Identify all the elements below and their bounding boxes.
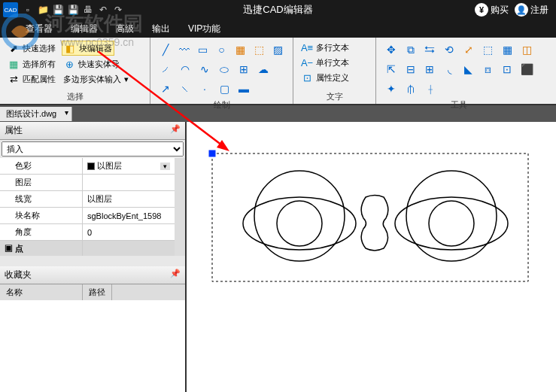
prop-row-color[interactable]: 色彩 以图层▾ bbox=[0, 158, 175, 175]
fav-col-path[interactable]: 路径 bbox=[83, 284, 112, 300]
selection-grip[interactable] bbox=[209, 150, 215, 156]
break-icon[interactable]: ⊟ bbox=[403, 62, 418, 77]
insert-combo[interactable]: 插入 bbox=[2, 141, 184, 156]
copy-icon[interactable]: ⧉ bbox=[403, 42, 418, 57]
qat-redo-icon[interactable]: ↷ bbox=[111, 3, 125, 17]
stretch-icon[interactable]: ⇱ bbox=[384, 62, 399, 77]
join-icon[interactable]: ⊞ bbox=[423, 62, 438, 77]
group-label-text: 文字 bbox=[299, 90, 369, 102]
dot-icon[interactable]: · bbox=[197, 81, 212, 96]
explode-icon[interactable]: ✦ bbox=[384, 81, 399, 96]
quick-select-button[interactable]: ⬈快速选择 bbox=[6, 41, 57, 56]
qat-new-icon[interactable]: ▫ bbox=[21, 3, 35, 17]
fill-icon[interactable]: ▬ bbox=[236, 81, 251, 96]
qat-saveas-icon[interactable]: 💾 bbox=[66, 3, 80, 17]
buy-button[interactable]: ¥ 购买 bbox=[475, 3, 509, 17]
align-icon[interactable]: ⫛ bbox=[403, 81, 418, 96]
svg-point-8 bbox=[429, 201, 474, 246]
array-icon[interactable]: ⊡ bbox=[500, 62, 515, 77]
attr-def-button[interactable]: ⊡属性定义 bbox=[299, 71, 369, 84]
currency-icon: ¥ bbox=[475, 3, 488, 17]
spline-icon[interactable]: ∿ bbox=[197, 62, 212, 77]
hatch-icon[interactable]: ▨ bbox=[271, 42, 285, 57]
drawing-canvas[interactable] bbox=[187, 122, 556, 392]
mtext-icon: A≡ bbox=[301, 41, 313, 53]
select-all-button[interactable]: ▦选择所有 bbox=[6, 57, 57, 71]
chamfer-icon[interactable]: ◣ bbox=[461, 62, 476, 77]
fillet-icon[interactable]: ◟ bbox=[442, 62, 457, 77]
qat-open-icon[interactable]: 📁 bbox=[36, 3, 50, 17]
line-icon[interactable]: ╱ bbox=[158, 42, 172, 57]
grid-icon[interactable]: ⊞ bbox=[236, 62, 251, 77]
group-label-tools: 工具 bbox=[382, 98, 536, 111]
tool16-icon[interactable]: ⬛ bbox=[519, 62, 534, 77]
quick-access-toolbar: ▫ 📁 💾 💾 🖶 ↶ ↷ bbox=[21, 3, 125, 17]
svg-point-4 bbox=[243, 197, 356, 250]
multiline-text-button[interactable]: A≡多行文本 bbox=[299, 41, 369, 54]
favorites-panel-header: 收藏夹 📌 bbox=[0, 266, 185, 284]
trim-icon[interactable]: ⬚ bbox=[481, 42, 496, 57]
app-title: 迅捷CAD编辑器 bbox=[243, 3, 312, 17]
cloud-icon[interactable]: ☁ bbox=[256, 62, 271, 77]
ribbon-group-draw: ╱ 〰 ▭ ○ ▦ ⬚ ▨ ⟋ ◠ ∿ ⬭ ⊞ ☁ ↗ ⟍ · ▢ ▬ bbox=[150, 38, 293, 104]
arc-icon[interactable]: ◠ bbox=[178, 62, 193, 77]
pin-icon[interactable]: 📌 bbox=[170, 124, 181, 137]
menu-viewer[interactable]: 查看器 bbox=[23, 21, 56, 37]
attr-icon: ⊡ bbox=[301, 71, 313, 84]
qat-save-icon[interactable]: 💾 bbox=[51, 3, 65, 17]
svg-point-5 bbox=[277, 201, 322, 246]
menu-advanced[interactable]: 高级 bbox=[113, 21, 137, 37]
qat-undo-icon[interactable]: ↶ bbox=[96, 3, 110, 17]
match-props-button[interactable]: ⇄匹配属性 bbox=[6, 72, 57, 86]
register-button[interactable]: 👤 注册 bbox=[515, 3, 548, 17]
dropdown-icon[interactable]: ▾ bbox=[160, 163, 170, 170]
move-icon[interactable]: ✥ bbox=[384, 42, 399, 57]
prop-row-lineweight[interactable]: 线宽 以图层 bbox=[0, 191, 175, 208]
ribbon: ⬈快速选择 ◧块编辑器 ▦选择所有 ⊕快速实体导 ⇄匹配属性 多边形实体输入▾ … bbox=[0, 38, 556, 105]
document-tab[interactable]: 图纸设计.dwg ▾ bbox=[0, 107, 72, 121]
offset-icon[interactable]: ⧈ bbox=[481, 62, 496, 77]
measure-icon[interactable]: ⟊ bbox=[423, 81, 438, 96]
quick-entity-button[interactable]: ⊕快速实体导 bbox=[62, 57, 121, 71]
mirror-icon[interactable]: ⮀ bbox=[423, 42, 438, 57]
cursor-icon: ⬈ bbox=[8, 42, 20, 54]
box-icon[interactable]: ▢ bbox=[217, 81, 232, 96]
menu-editor[interactable]: 编辑器 bbox=[68, 21, 101, 37]
circle-icon[interactable]: ○ bbox=[214, 42, 229, 57]
prop-row-point[interactable]: ▣ 点 bbox=[0, 241, 175, 256]
extend-icon[interactable]: ▦ bbox=[500, 42, 515, 57]
match-icon: ⇄ bbox=[8, 73, 20, 85]
menu-bar: 查看器 编辑器 高级 输出 VIP功能 bbox=[0, 20, 556, 38]
rect-icon[interactable]: ▭ bbox=[196, 42, 210, 57]
text-icon: A− bbox=[301, 56, 313, 68]
prop-row-blockname[interactable]: 块名称 sgBlockByEnt_1598 bbox=[0, 208, 175, 224]
properties-panel-header: 属性 📌 bbox=[0, 122, 185, 140]
fav-col-name[interactable]: 名称 bbox=[0, 284, 83, 300]
xline-icon[interactable]: ⟍ bbox=[178, 81, 193, 96]
prop-row-angle[interactable]: 角度 0 bbox=[0, 224, 175, 241]
title-bar: CAD ▫ 📁 💾 💾 🖶 ↶ ↷ 迅捷CAD编辑器 ¥ 购买 👤 注册 bbox=[0, 0, 556, 20]
block-editor-button[interactable]: ◧块编辑器 bbox=[62, 41, 114, 56]
polyline-icon[interactable]: ⟋ bbox=[158, 62, 173, 77]
main-area: 属性 📌 插入 色彩 以图层▾ 图层 线宽 以图层 块名称 sgBlock bbox=[0, 122, 556, 392]
ray-icon[interactable]: ↗ bbox=[158, 81, 173, 96]
scale-icon[interactable]: ⤢ bbox=[461, 42, 476, 57]
prop-row-layer[interactable]: 图层 bbox=[0, 175, 175, 191]
tool8-icon[interactable]: ◫ bbox=[519, 42, 534, 57]
qat-print-icon[interactable]: 🖶 bbox=[81, 3, 95, 17]
poly-entity-button[interactable]: 多边形实体输入▾ bbox=[62, 72, 130, 86]
block-icon: ◧ bbox=[64, 42, 76, 54]
select-all-icon: ▦ bbox=[8, 58, 20, 70]
pattern-icon[interactable]: ▦ bbox=[233, 42, 248, 57]
pin-icon[interactable]: 📌 bbox=[170, 269, 181, 281]
singleline-text-button[interactable]: A−单行文本 bbox=[299, 56, 369, 69]
group-label-draw: 绘制 bbox=[156, 98, 287, 111]
curve-icon[interactable]: 〰 bbox=[177, 42, 191, 57]
menu-output[interactable]: 输出 bbox=[149, 21, 173, 37]
ellipse-icon[interactable]: ⬭ bbox=[217, 62, 232, 77]
menu-vip[interactable]: VIP功能 bbox=[185, 21, 223, 37]
dropdown-icon: ▾ bbox=[124, 74, 129, 84]
tab-dropdown-icon[interactable]: ▾ bbox=[65, 108, 68, 117]
rotate-icon[interactable]: ⟲ bbox=[442, 42, 457, 57]
region-icon[interactable]: ⬚ bbox=[252, 42, 266, 57]
